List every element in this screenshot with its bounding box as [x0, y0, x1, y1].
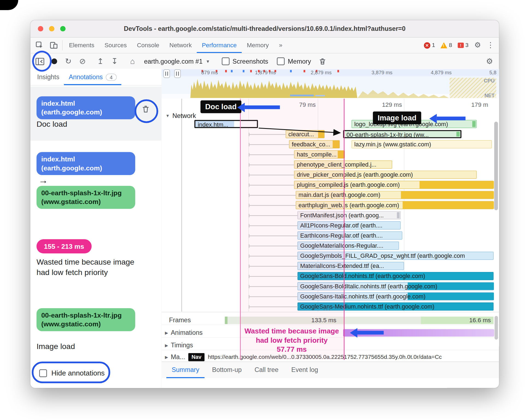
- close-window-button[interactable]: [38, 26, 43, 31]
- home-button[interactable]: ⌂: [126, 55, 139, 68]
- inspect-element-icon[interactable]: [33, 37, 47, 53]
- range-handle-right[interactable]: [174, 70, 180, 78]
- network-request-label: clearcut...: [286, 131, 324, 138]
- tab-annotations[interactable]: Annotations 4: [64, 69, 121, 85]
- collapse-triangle-icon: ▼: [166, 114, 170, 118]
- target-selector[interactable]: earth.google.com #1 ▾: [140, 58, 213, 65]
- request-whisker: [249, 296, 298, 297]
- tab-sources[interactable]: Sources: [99, 37, 132, 53]
- devtools-tabbar: Elements Sources Console Network Perform…: [30, 37, 499, 53]
- tab-network[interactable]: Network: [164, 37, 197, 53]
- tab-bottom-up[interactable]: Bottom-up: [207, 362, 247, 378]
- network-request-bar[interactable]: clearcut...: [286, 130, 325, 138]
- request-whisker: [249, 185, 295, 185]
- warnings-count: 8: [449, 42, 452, 49]
- network-request-bar[interactable]: earthplugin_web.js (earth.google.com): [296, 201, 494, 209]
- expand-triangle-icon[interactable]: ▶: [165, 355, 168, 359]
- grid-time-label: 129 ms: [361, 101, 402, 108]
- tab-call-tree[interactable]: Call tree: [249, 362, 284, 378]
- annotation-range-pill[interactable]: 155 - 213 ms: [37, 239, 92, 253]
- device-toolbar-icon[interactable]: [47, 37, 61, 53]
- network-request-bar[interactable]: hats_compile...: [294, 150, 345, 159]
- zoom-window-button[interactable]: [60, 26, 66, 31]
- viewport: DevTools - earth.google.com/static/multi…: [0, 0, 530, 420]
- more-tabs-button[interactable]: »: [274, 37, 288, 53]
- network-request-bar[interactable]: phenotype_client_compiled.j...: [294, 161, 392, 169]
- network-request-bar[interactable]: GoogleSans-Bold.nohints.ttf (earth.googl…: [298, 272, 494, 280]
- screenshots-checkbox[interactable]: [222, 57, 229, 65]
- network-request-bar[interactable]: plugins_compiled.js (earth.google.com): [294, 181, 494, 189]
- annotation-link-to-pill[interactable]: 00-earth-splash-1x-ltr.jpg (www.gstatic.…: [37, 186, 135, 209]
- minimize-window-button[interactable]: [49, 26, 54, 31]
- toggle-sidebar-button[interactable]: [33, 55, 46, 68]
- kebab-menu-icon[interactable]: ⋮: [484, 37, 497, 53]
- ruler-label: 1,879 ms: [255, 70, 276, 75]
- request-whisker: [249, 165, 295, 165]
- network-request-bar[interactable]: index.htm...: [195, 120, 258, 128]
- delete-annotation-button[interactable]: [139, 103, 152, 116]
- track-boundary-line[interactable]: [181, 99, 182, 312]
- main-thread-track[interactable]: ▶ Ma... Nav https://earth.google.com/web…: [161, 353, 499, 362]
- network-request-bar[interactable]: feedback_co...: [289, 140, 340, 149]
- save-profile-button[interactable]: ↧: [108, 55, 121, 68]
- hide-annotations-checkbox[interactable]: [39, 369, 47, 377]
- collect-garbage-button[interactable]: [316, 55, 329, 68]
- tab-event-log[interactable]: Event log: [286, 362, 323, 378]
- timeline-overview[interactable]: 879 ms 1,879 ms 2,879 ms 3,879 ms 4,879 …: [161, 69, 499, 99]
- tab-memory[interactable]: Memory: [242, 37, 274, 53]
- animations-track-label: Animations: [171, 329, 202, 336]
- clear-button[interactable]: ⊘: [76, 55, 89, 68]
- network-request-bar[interactable]: lazy.min.js (www.gstatic.com): [352, 140, 492, 149]
- performance-toolbar: ↻ ⊘ ↥ ↧ ⌂ earth.google.com #1 ▾ Screensh…: [30, 54, 499, 70]
- record-button[interactable]: [47, 55, 61, 68]
- annotation-pill-index-html[interactable]: index.html (earth.google.com): [37, 96, 135, 119]
- panel-settings-gear-icon[interactable]: ⚙: [483, 55, 496, 68]
- warning-icon: !: [440, 42, 447, 48]
- network-request-bar[interactable]: GoogleMaterialIcons-Regular....: [298, 242, 399, 250]
- reload-and-record-button[interactable]: ↻: [61, 55, 75, 68]
- network-request-bar[interactable]: EarthIcons-Regular.otf (earth....: [298, 232, 402, 240]
- memory-checkbox[interactable]: [277, 57, 285, 65]
- network-request-bar[interactable]: FontManifest.json (earth.goog...: [298, 211, 401, 219]
- waterfall-scrollbar[interactable]: [494, 101, 498, 307]
- request-whisker: [249, 276, 298, 277]
- annotation-link-from-pill[interactable]: index.html (earth.google.com): [37, 152, 135, 175]
- tab-insights[interactable]: Insights: [33, 69, 64, 85]
- expand-triangle-icon[interactable]: ▶: [165, 343, 168, 348]
- network-request-bar[interactable]: MaterialIcons-Extended.ttf (ea...: [298, 262, 404, 270]
- hide-annotations-row[interactable]: Hide annotations: [39, 369, 105, 377]
- network-request-bar[interactable]: 00-earth-splash-1x-ltr.jpg (ww...: [343, 130, 461, 138]
- more-requests-ellipsis[interactable]: ...: [323, 303, 331, 312]
- annotation-pill-splash-image[interactable]: 00-earth-splash-1x-ltr.jpg (www.gstatic.…: [37, 308, 135, 331]
- tracks-scrollbar-thumb[interactable]: [494, 316, 498, 340]
- tab-elements[interactable]: Elements: [64, 37, 99, 53]
- issues-badge[interactable]: ! 3: [455, 37, 471, 53]
- settings-gear-icon[interactable]: ⚙: [471, 37, 484, 53]
- memory-checkbox-row[interactable]: Memory: [273, 57, 315, 65]
- network-track-header[interactable]: ▼ Network: [166, 112, 196, 120]
- load-profile-button[interactable]: ↥: [94, 55, 107, 68]
- doc-load-callout: Doc load: [201, 100, 242, 113]
- network-track-title: Network: [172, 112, 196, 120]
- request-whisker: [249, 175, 295, 175]
- devtools-window: DevTools - earth.google.com/static/multi…: [30, 20, 499, 388]
- warnings-badge[interactable]: ! 8: [438, 37, 455, 53]
- scrollbar-thumb[interactable]: [494, 122, 498, 210]
- network-request-bar[interactable]: GoogleSans-BoldItalic.nohints.ttf (earth…: [298, 282, 494, 290]
- network-request-bar[interactable]: All1PIcons-Regular.otf (earth....: [298, 221, 401, 229]
- range-handle-left[interactable]: [164, 70, 170, 78]
- frames-track[interactable]: Frames 133.5 ms 16.6 ms: [161, 316, 499, 325]
- network-request-bar[interactable]: GoogleSans-Italic.nohints.ttf (earth.goo…: [298, 292, 494, 300]
- memory-label: Memory: [288, 58, 311, 65]
- tab-performance[interactable]: Performance: [197, 37, 242, 53]
- tab-console[interactable]: Console: [132, 37, 164, 53]
- error-icon: ✕: [424, 42, 430, 49]
- network-request-bar[interactable]: drive_picker_compiled.js (earth.google.c…: [294, 171, 477, 179]
- network-request-bar[interactable]: main.dart.js (earth.google.com): [296, 191, 494, 199]
- errors-badge[interactable]: ✕ 1: [421, 37, 438, 53]
- ruler-label: 5,8: [489, 70, 496, 75]
- screenshots-checkbox-row[interactable]: Screenshots: [218, 57, 272, 65]
- network-request-bar[interactable]: GoogleSymbols_FILL_GRAD_opsz_wght.ttf (e…: [298, 252, 494, 260]
- expand-triangle-icon[interactable]: ▶: [165, 330, 168, 335]
- tab-summary[interactable]: Summary: [166, 362, 205, 378]
